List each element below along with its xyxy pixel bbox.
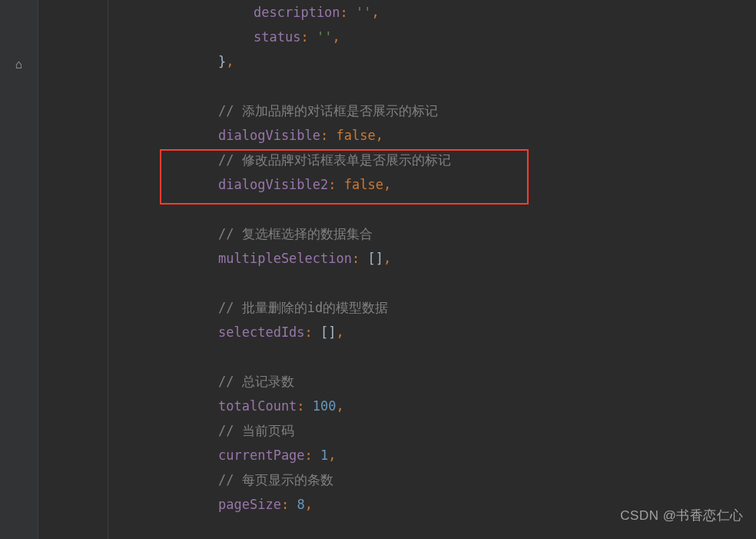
string-literal: '' xyxy=(356,5,371,20)
keyword: false xyxy=(344,177,383,192)
property-name: totalCount xyxy=(218,398,297,414)
comment-text: // 总记录数 xyxy=(218,374,294,389)
code-line[interactable]: status: '', xyxy=(38,25,756,49)
comment-text: // 批量删除的id的模型数据 xyxy=(218,300,388,315)
comment-line[interactable]: // 修改品牌对话框表单是否展示的标记 xyxy=(38,148,756,172)
code-line[interactable]: currentPage: 1, xyxy=(38,443,756,467)
number-literal: 8 xyxy=(297,497,304,512)
comment-text: // 添加品牌的对话框是否展示的标记 xyxy=(218,103,438,118)
comment-text: // 每页显示的条数 xyxy=(218,472,333,487)
comment-text: // 当前页码 xyxy=(218,423,294,438)
property-name: multipleSelection xyxy=(218,251,352,266)
property-name: selectedIds xyxy=(218,324,305,340)
code-line[interactable]: totalCount: 100, xyxy=(38,394,756,418)
number-literal: 1 xyxy=(320,448,328,463)
bracket: [] xyxy=(320,324,336,340)
property-name: dialogVisible xyxy=(218,128,320,143)
comment-line[interactable]: // 总记录数 xyxy=(38,369,756,394)
code-line[interactable]: multipleSelection: [], xyxy=(38,246,756,271)
property-name: pageSize xyxy=(218,497,281,512)
editor-gutter: ⌂ xyxy=(0,0,38,539)
number-literal: 100 xyxy=(313,398,337,414)
comment-text: // 复选框选择的数据集合 xyxy=(218,226,373,241)
code-line[interactable]: description: '', xyxy=(38,0,756,25)
watermark-text: CSDN @书香恋仁心 xyxy=(620,504,744,528)
comment-line[interactable]: // 复选框选择的数据集合 xyxy=(38,221,756,246)
code-editor[interactable]: description: '', status: '', }, // 添加品牌的… xyxy=(38,0,756,539)
keyword: false xyxy=(337,128,376,143)
property-name: currentPage xyxy=(218,448,305,463)
comment-line[interactable]: // 每页显示的条数 xyxy=(38,467,756,492)
comment-line[interactable]: // 当前页码 xyxy=(38,418,756,443)
comment-text: // 修改品牌对话框表单是否展示的标记 xyxy=(218,152,451,168)
property-name: dialogVisible2 xyxy=(218,177,328,192)
blank-line[interactable] xyxy=(38,197,756,221)
code-line[interactable]: dialogVisible: false, xyxy=(38,123,756,148)
comment-line[interactable]: // 添加品牌的对话框是否展示的标记 xyxy=(38,98,756,123)
blank-line[interactable] xyxy=(38,74,756,98)
property-name: description xyxy=(254,5,340,20)
code-line[interactable]: dialogVisible2: false, xyxy=(38,172,756,197)
blank-line[interactable] xyxy=(38,344,756,369)
code-line[interactable]: selectedIds: [], xyxy=(38,320,756,344)
structure-icon: ⌂ xyxy=(15,52,23,77)
property-name: status xyxy=(254,29,300,45)
string-literal: '' xyxy=(317,29,332,45)
blank-line[interactable] xyxy=(38,271,756,295)
code-line[interactable]: }, xyxy=(38,49,756,74)
comment-line[interactable]: // 批量删除的id的模型数据 xyxy=(38,295,756,320)
bracket: [] xyxy=(368,251,383,266)
brace: } xyxy=(218,54,226,69)
